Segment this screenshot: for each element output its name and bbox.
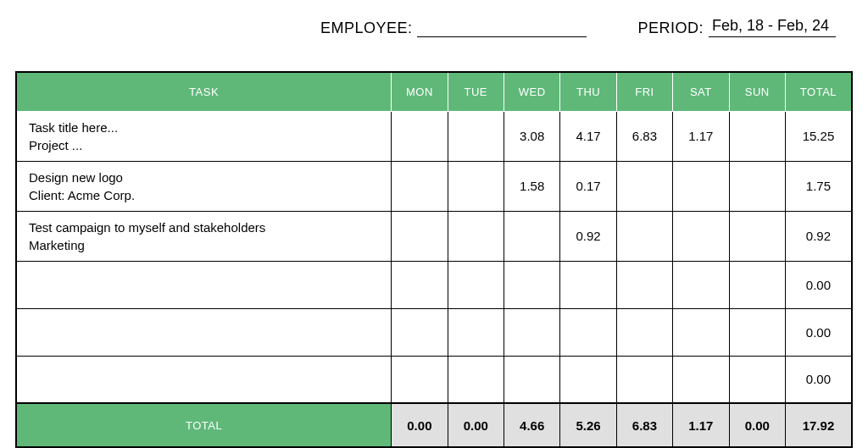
cell-sun[interactable] [729, 161, 785, 211]
header-row: TASK MON TUE WED THU FRI SAT SUN TOTAL [16, 72, 852, 111]
task-sub: Marketing [29, 236, 379, 254]
cell-wed[interactable] [504, 261, 559, 308]
cell-total: 1.75 [785, 161, 852, 211]
task-cell[interactable]: Task title here... Project ... [16, 111, 392, 161]
table-row: Task title here... Project ... 3.08 4.17… [16, 111, 852, 161]
cell-sat[interactable]: 1.17 [673, 111, 729, 161]
cell-tue[interactable] [448, 308, 504, 356]
cell-total: 0.00 [785, 356, 852, 403]
footer-mon: 0.00 [392, 403, 448, 447]
table-row: Design new logo Client: Acme Corp. 1.58 … [16, 161, 852, 211]
cell-thu[interactable]: 0.92 [560, 211, 616, 261]
col-thu: THU [560, 72, 616, 111]
cell-sun[interactable] [729, 308, 785, 356]
task-cell[interactable]: Test campaign to myself and stakeholders… [16, 211, 392, 261]
cell-total: 0.92 [785, 211, 852, 261]
header-fields: EMPLOYEE: PERIOD: Feb, 18 - Feb, 24 [15, 17, 853, 37]
cell-sun[interactable] [729, 356, 785, 403]
cell-fri[interactable] [616, 356, 672, 403]
cell-fri[interactable] [616, 261, 672, 308]
timesheet-table: TASK MON TUE WED THU FRI SAT SUN TOTAL T… [15, 71, 853, 448]
footer-sun: 0.00 [729, 403, 785, 447]
period-value[interactable]: Feb, 18 - Feb, 24 [709, 17, 836, 37]
period-field: PERIOD: Feb, 18 - Feb, 24 [637, 17, 836, 37]
cell-tue[interactable] [448, 211, 504, 261]
cell-tue[interactable] [448, 356, 504, 403]
task-title: Test campaign to myself and stakeholders [29, 218, 379, 236]
cell-total: 0.00 [785, 261, 852, 308]
footer-tue: 0.00 [448, 403, 504, 447]
col-fri: FRI [616, 72, 672, 111]
task-title: Task title here... [29, 119, 379, 136]
task-cell[interactable] [16, 261, 392, 308]
col-task: TASK [16, 72, 392, 111]
employee-field: EMPLOYEE: [320, 17, 587, 37]
cell-mon[interactable] [392, 211, 448, 261]
cell-mon[interactable] [392, 261, 448, 308]
task-cell[interactable] [16, 308, 392, 356]
col-mon: MON [392, 72, 448, 111]
cell-sat[interactable] [673, 308, 729, 356]
cell-mon[interactable] [392, 356, 448, 403]
cell-fri[interactable] [616, 211, 672, 261]
cell-wed[interactable]: 3.08 [504, 111, 559, 161]
table-row: 0.00 [16, 356, 852, 403]
cell-wed[interactable] [504, 356, 559, 403]
footer-sat: 1.17 [673, 403, 729, 447]
cell-sun[interactable] [729, 211, 785, 261]
col-sun: SUN [729, 72, 785, 111]
task-title: Design new logo [29, 169, 379, 186]
cell-fri[interactable] [616, 308, 672, 356]
period-label: PERIOD: [637, 19, 704, 37]
cell-total: 15.25 [785, 111, 852, 161]
col-sat: SAT [673, 72, 729, 111]
col-total: TOTAL [785, 72, 852, 111]
footer-fri: 6.83 [616, 403, 672, 447]
cell-wed[interactable] [504, 211, 559, 261]
cell-thu[interactable]: 0.17 [560, 161, 616, 211]
cell-sat[interactable] [673, 161, 729, 211]
cell-sat[interactable] [673, 211, 729, 261]
footer-label: TOTAL [16, 403, 392, 447]
cell-mon[interactable] [392, 111, 448, 161]
col-wed: WED [504, 72, 559, 111]
cell-thu[interactable] [560, 308, 616, 356]
cell-tue[interactable] [448, 261, 504, 308]
cell-fri[interactable] [616, 161, 672, 211]
cell-wed[interactable]: 1.58 [504, 161, 559, 211]
cell-thu[interactable]: 4.17 [560, 111, 616, 161]
cell-thu[interactable] [560, 261, 616, 308]
cell-mon[interactable] [392, 308, 448, 356]
cell-sun[interactable] [729, 111, 785, 161]
table-row: Test campaign to myself and stakeholders… [16, 211, 852, 261]
cell-sat[interactable] [673, 261, 729, 308]
footer-total: 17.92 [785, 403, 852, 447]
footer-row: TOTAL 0.00 0.00 4.66 5.26 6.83 1.17 0.00… [16, 403, 852, 447]
footer-wed: 4.66 [504, 403, 559, 447]
task-cell[interactable]: Design new logo Client: Acme Corp. [16, 161, 392, 211]
cell-wed[interactable] [504, 308, 559, 356]
table-row: 0.00 [16, 261, 852, 308]
table-row: 0.00 [16, 308, 852, 356]
employee-label: EMPLOYEE: [320, 19, 413, 37]
cell-sat[interactable] [673, 356, 729, 403]
task-sub: Client: Acme Corp. [29, 186, 379, 204]
employee-value[interactable] [417, 19, 587, 37]
footer-thu: 5.26 [560, 403, 616, 447]
cell-fri[interactable]: 6.83 [616, 111, 672, 161]
cell-total: 0.00 [785, 308, 852, 356]
cell-mon[interactable] [392, 161, 448, 211]
cell-tue[interactable] [448, 111, 504, 161]
task-sub: Project ... [29, 136, 379, 154]
cell-thu[interactable] [560, 356, 616, 403]
col-tue: TUE [448, 72, 504, 111]
cell-sun[interactable] [729, 261, 785, 308]
cell-tue[interactable] [448, 161, 504, 211]
task-cell[interactable] [16, 356, 392, 403]
